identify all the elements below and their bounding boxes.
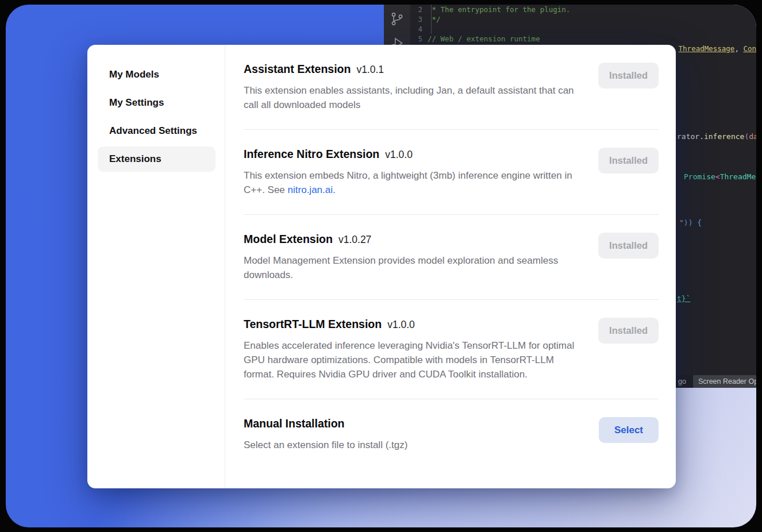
extension-version: v1.0.1 xyxy=(356,64,384,75)
extension-description: This extension enables assistants, inclu… xyxy=(244,83,577,112)
extension-name: TensortRT-LLM Extension xyxy=(244,318,382,330)
extension-item: TensortRT-LLM Extensionv1.0.0 Enables ac… xyxy=(244,300,659,399)
extension-item: Model Extensionv1.0.27 Model Management … xyxy=(244,215,659,300)
sidebar-item-my-models[interactable]: My Models xyxy=(98,62,215,87)
status-screen-reader-item[interactable]: Screen Reader Optimized xyxy=(693,375,756,388)
code-line: 4 xyxy=(410,25,756,34)
sidebar-item-label: My Settings xyxy=(109,97,164,109)
source-control-icon[interactable] xyxy=(390,11,405,26)
extension-description: Enables accelerated inference leveraging… xyxy=(244,338,577,381)
code-line: 2 * The entrypoint for the plugin. xyxy=(410,5,756,15)
extension-description: This extension embeds Nitro, a lightweig… xyxy=(244,168,577,197)
sidebar-item-my-settings[interactable]: My Settings xyxy=(98,90,215,115)
sidebar-item-extensions[interactable]: Extensions xyxy=(98,147,215,172)
settings-sidebar: My Models My Settings Advanced Settings … xyxy=(87,45,225,488)
code-fragment: ")) { xyxy=(679,218,702,227)
installed-button[interactable]: Installed xyxy=(598,318,659,344)
extension-version: v1.0.0 xyxy=(387,319,415,330)
extension-name: Model Extension xyxy=(244,233,333,245)
extension-name: Manual Installation xyxy=(244,417,345,430)
extension-name: Inference Nitro Extension xyxy=(244,148,379,160)
extension-item: Assistant Extensionv1.0.1 This extension… xyxy=(244,45,659,130)
select-file-button[interactable]: Select xyxy=(599,417,659,443)
extension-description: Select an extension file to install (.tg… xyxy=(244,438,407,452)
extension-version: v1.0.27 xyxy=(338,234,371,245)
sidebar-item-label: Extensions xyxy=(109,153,161,165)
extension-description: Model Management Extension provides mode… xyxy=(244,253,577,282)
installed-button[interactable]: Installed xyxy=(598,233,659,259)
desktop-background: 2 * The entrypoint for the plugin.3 */45… xyxy=(6,5,756,527)
settings-modal: My Models My Settings Advanced Settings … xyxy=(87,45,676,488)
status-left-text[interactable]: go xyxy=(678,377,686,385)
installed-button[interactable]: Installed xyxy=(598,63,659,88)
code-line: 5// Web / extension runtime xyxy=(410,34,756,44)
extension-item: Inference Nitro Extensionv1.0.0 This ext… xyxy=(244,130,659,215)
extension-version: v1.0.0 xyxy=(385,149,413,160)
nitro-jan-ai-link[interactable]: nitro.jan.ai. xyxy=(288,184,336,195)
extensions-list: Assistant Extensionv1.0.1 This extension… xyxy=(225,45,676,488)
code-line: 3 */ xyxy=(410,15,756,25)
installed-button[interactable]: Installed xyxy=(598,148,659,174)
sidebar-item-advanced-settings[interactable]: Advanced Settings xyxy=(98,118,215,144)
sidebar-item-label: Advanced Settings xyxy=(109,125,197,137)
extension-name: Assistant Extension xyxy=(244,63,351,75)
code-fragment: Promise<ThreadMessage> xyxy=(684,172,756,181)
sidebar-item-label: My Models xyxy=(109,69,159,80)
code-fragment: rator.inference(data)); xyxy=(677,132,756,141)
code-fragment: t}` xyxy=(677,294,690,303)
extension-item: Manual Installation Select an extension … xyxy=(244,399,659,469)
